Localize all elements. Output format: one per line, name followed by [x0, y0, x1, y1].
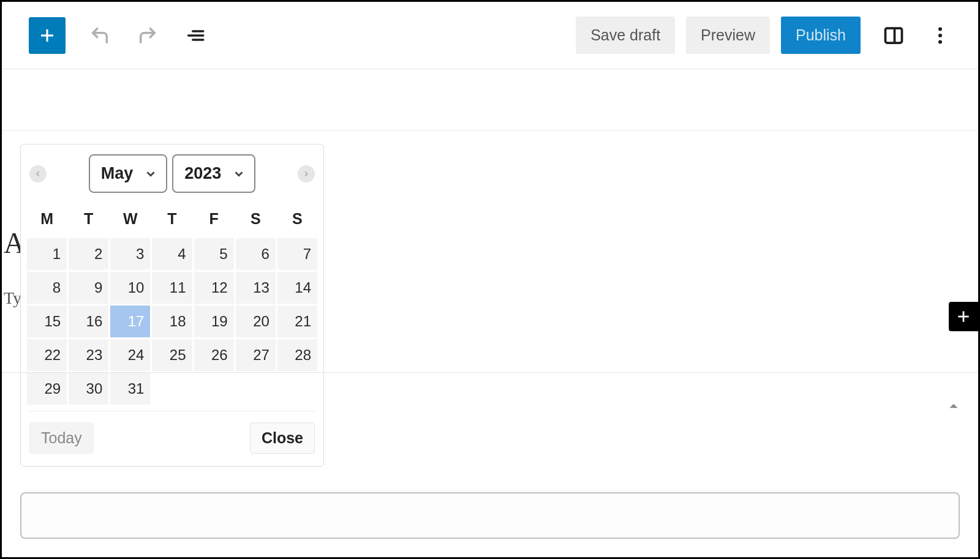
date-picker-footer: Today Close — [27, 411, 317, 460]
calendar-day[interactable]: 18 — [152, 306, 192, 337]
svg-point-9 — [938, 40, 942, 43]
floating-add-block-button[interactable] — [949, 302, 978, 331]
calendar-day[interactable]: 3 — [110, 238, 150, 270]
calendar-day[interactable]: 2 — [69, 238, 108, 270]
redo-icon — [137, 25, 158, 46]
calendar-day[interactable]: 30 — [69, 373, 108, 405]
weekday-header: W — [110, 204, 150, 236]
weekday-header: M — [27, 204, 67, 236]
svg-marker-12 — [949, 404, 957, 408]
calendar-day[interactable]: 10 — [110, 272, 150, 304]
calendar-day[interactable]: 29 — [27, 373, 67, 405]
calendar-day[interactable]: 1 — [27, 238, 67, 270]
sidebar-icon — [883, 24, 905, 47]
calendar-day[interactable]: 7 — [277, 238, 317, 270]
more-options-button[interactable] — [927, 22, 954, 49]
chevron-down-icon — [232, 167, 246, 181]
add-block-button[interactable] — [29, 17, 66, 54]
calendar-day[interactable]: 16 — [69, 306, 108, 337]
date-picker-header: May 2023 — [27, 144, 317, 199]
calendar-day[interactable]: 4 — [152, 238, 192, 270]
calendar-day[interactable]: 12 — [194, 272, 234, 304]
prev-month-button[interactable] — [29, 165, 47, 182]
calendar-day[interactable]: 13 — [236, 272, 276, 304]
preview-button[interactable]: Preview — [686, 17, 770, 54]
calendar-day[interactable]: 8 — [27, 272, 67, 304]
calendar-day[interactable]: 19 — [194, 306, 234, 337]
calendar-day[interactable]: 11 — [152, 272, 192, 304]
weekday-header: S — [236, 204, 276, 236]
calendar-day[interactable]: 25 — [152, 339, 192, 371]
close-button[interactable]: Close — [250, 422, 315, 454]
weekday-header: S — [277, 204, 317, 236]
calendar-day-empty — [194, 373, 234, 405]
month-select[interactable]: May — [89, 154, 168, 193]
calendar-day[interactable]: 31 — [110, 373, 150, 405]
calendar-day[interactable]: 5 — [194, 238, 234, 270]
calendar-day[interactable]: 9 — [69, 272, 108, 304]
top-toolbar: Save draft Preview Publish — [2, 2, 978, 69]
body-placeholder-fragment[interactable]: Ty — [4, 288, 21, 308]
outline-icon — [185, 25, 206, 46]
calendar-day[interactable]: 6 — [236, 238, 276, 270]
chevron-down-icon — [144, 167, 157, 181]
calendar-day[interactable]: 22 — [27, 339, 67, 371]
calendar-day[interactable]: 23 — [69, 339, 108, 371]
redo-button[interactable] — [134, 22, 161, 49]
publish-button[interactable]: Publish — [781, 17, 861, 54]
plus-icon — [38, 26, 56, 45]
calendar-day[interactable]: 14 — [277, 272, 317, 304]
divider — [2, 372, 978, 373]
save-draft-button[interactable]: Save draft — [576, 17, 675, 54]
caret-up-icon — [948, 400, 960, 412]
divider — [2, 130, 978, 131]
calendar-day-empty — [152, 373, 192, 405]
calendar-day-empty — [236, 373, 276, 405]
year-select[interactable]: 2023 — [172, 154, 255, 193]
month-select-value: May — [101, 164, 134, 182]
calendar-day[interactable]: 21 — [277, 306, 317, 337]
svg-point-8 — [938, 34, 942, 37]
svg-point-7 — [938, 27, 942, 31]
weekday-header: T — [69, 204, 108, 236]
weekday-header: T — [152, 204, 192, 236]
month-year-selects: May 2023 — [89, 154, 256, 193]
toolbar-left — [29, 17, 209, 54]
kebab-icon — [929, 24, 951, 47]
undo-icon — [89, 25, 110, 46]
calendar-day[interactable]: 27 — [236, 339, 276, 371]
chevron-left-icon — [34, 170, 42, 178]
today-button[interactable]: Today — [29, 422, 94, 454]
year-select-value: 2023 — [184, 164, 221, 182]
date-picker-popover: May 2023 MTWTFSS123456789101112131415161… — [20, 144, 324, 467]
settings-panel-toggle[interactable] — [880, 22, 907, 49]
calendar-day[interactable]: 24 — [110, 339, 150, 371]
weekday-header: F — [194, 204, 234, 236]
collapse-toggle[interactable] — [948, 400, 960, 415]
calendar-day[interactable]: 20 — [236, 306, 276, 337]
toolbar-right: Save draft Preview Publish — [576, 17, 954, 54]
calendar-day[interactable]: 17 — [110, 306, 150, 337]
calendar-grid: MTWTFSS123456789101112131415161718192021… — [27, 204, 317, 405]
next-month-button[interactable] — [298, 165, 315, 182]
calendar-day[interactable]: 15 — [27, 306, 67, 337]
plus-icon — [956, 309, 971, 325]
calendar-day[interactable]: 28 — [277, 339, 317, 371]
bottom-input-field[interactable] — [20, 492, 960, 539]
calendar-day-empty — [277, 373, 317, 405]
undo-button[interactable] — [86, 22, 113, 49]
calendar-day[interactable]: 26 — [194, 339, 234, 371]
document-outline-button[interactable] — [182, 22, 209, 49]
editor-content-area: A Ty May 2023 — [2, 69, 978, 557]
chevron-right-icon — [302, 170, 311, 178]
